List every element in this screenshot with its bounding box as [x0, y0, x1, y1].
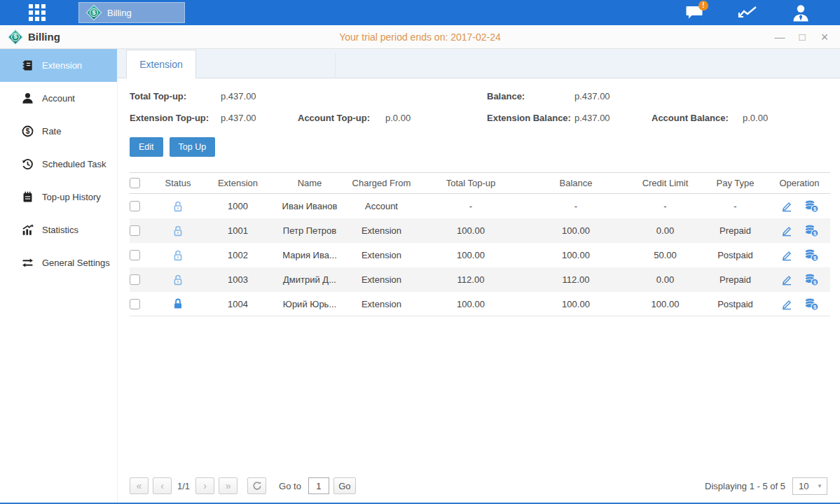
- table-cell: Дмитрий Д...: [275, 274, 345, 285]
- row-checkbox[interactable]: [130, 274, 140, 285]
- table-cell: Extension: [345, 299, 418, 309]
- billing-window-icon: $: [7, 29, 24, 46]
- column-header: Extension: [201, 178, 275, 188]
- next-page-button[interactable]: ›: [195, 477, 214, 494]
- table-cell: -: [523, 201, 628, 211]
- topup-row-icon[interactable]: $: [804, 298, 819, 311]
- titlebar: $ Billing Your trial period ends on: 201…: [0, 25, 840, 49]
- row-checkbox[interactable]: [130, 201, 140, 211]
- first-page-button[interactable]: «: [130, 477, 149, 494]
- table-cell: [130, 250, 155, 260]
- table-cell: [155, 225, 201, 237]
- refresh-button[interactable]: [247, 477, 266, 494]
- topup-row-icon[interactable]: $: [804, 248, 819, 262]
- sidebar-item-topup-history[interactable]: Top-up History: [0, 181, 117, 214]
- pagination-bar: « ‹ 1/1 › » Go to Go Displaying 1 - 5 of…: [130, 469, 830, 503]
- sidebar-item-scheduled-task[interactable]: Scheduled Task: [0, 148, 117, 181]
- sidebar-item-general-settings[interactable]: General Settings: [0, 246, 117, 279]
- goto-page-input[interactable]: [308, 477, 329, 494]
- lock-open-icon: [172, 200, 184, 213]
- table-cell: Postpaid: [702, 250, 769, 260]
- lock-open-icon: [172, 274, 184, 286]
- edit-row-icon[interactable]: [780, 225, 793, 237]
- account-balance-label: Account Balance:: [652, 113, 729, 123]
- taskbar-tab-billing[interactable]: $ Billing: [78, 2, 185, 23]
- reports-chart-icon[interactable]: [736, 2, 759, 23]
- table-cell: -: [702, 201, 769, 211]
- table-cell: [155, 298, 201, 310]
- row-checkbox[interactable]: [130, 250, 140, 260]
- go-button[interactable]: Go: [333, 477, 356, 494]
- minimize-icon[interactable]: —: [774, 31, 785, 43]
- extension-balance-label: Extension Balance:: [487, 113, 571, 123]
- table-cell: 1000: [201, 201, 275, 211]
- account-balance-value: p.0.00: [743, 113, 768, 123]
- total-topup-label: Total Top-up:: [130, 91, 186, 102]
- table-cell: [155, 249, 201, 262]
- table-row: 1001Петр ПетровExtension100.00100.000.00…: [130, 218, 830, 243]
- edit-row-icon[interactable]: [780, 200, 793, 212]
- table-cell: Extension: [345, 225, 418, 236]
- notepad-icon: [21, 191, 34, 204]
- lock-open-icon: [172, 249, 184, 262]
- history-clock-icon: [21, 158, 34, 171]
- sidebar-item-account[interactable]: Account: [0, 82, 117, 115]
- trial-notice: Your trial period ends on: 2017-02-24: [0, 31, 840, 43]
- edit-row-icon[interactable]: [780, 298, 793, 310]
- window-title: $ Billing: [7, 29, 60, 46]
- messages-icon[interactable]: !: [683, 2, 705, 23]
- edit-row-icon[interactable]: [780, 249, 793, 261]
- table-cell: 112.00: [418, 274, 523, 285]
- page-indicator: 1/1: [177, 481, 190, 491]
- last-page-button[interactable]: »: [219, 477, 237, 494]
- table-cell: 100.00: [418, 225, 523, 236]
- user-account-icon[interactable]: [790, 2, 812, 23]
- table-cell: [130, 225, 155, 236]
- column-header: Credit Limit: [628, 178, 702, 188]
- billing-app-icon: $: [86, 5, 102, 20]
- table-cell: Prepaid: [702, 274, 769, 285]
- prev-page-button[interactable]: ‹: [153, 477, 172, 494]
- operation-cell: $: [780, 298, 819, 311]
- main-content: Extension Total Top-up: p.437.00 Balance…: [118, 49, 840, 503]
- extension-topup-value: p.437.00: [221, 113, 256, 123]
- topup-row-icon[interactable]: $: [804, 224, 819, 237]
- page-size-value: 10: [799, 481, 808, 491]
- column-header: Total Top-up: [418, 178, 523, 188]
- topup-row-icon[interactable]: $: [804, 200, 819, 213]
- row-checkbox[interactable]: [130, 178, 140, 188]
- sidebar-item-label: General Settings: [42, 258, 110, 268]
- page-size-select[interactable]: 10 ▼: [792, 477, 827, 495]
- table-cell: 100.00: [523, 250, 628, 260]
- balance-label: Balance:: [487, 91, 525, 102]
- row-checkbox[interactable]: [130, 299, 140, 309]
- sidebar-item-statistics[interactable]: Statistics: [0, 214, 117, 246]
- table-cell: -: [418, 201, 523, 211]
- close-icon[interactable]: ×: [819, 31, 830, 43]
- top-up-button[interactable]: Top Up: [170, 137, 216, 157]
- dollar-coin-icon: $: [21, 125, 34, 138]
- window-controls: — □ ×: [774, 31, 830, 43]
- topup-row-icon[interactable]: $: [804, 273, 819, 286]
- app-grid-icon[interactable]: [27, 4, 48, 22]
- extension-panel: Total Top-up: p.437.00 Balance: p.437.00…: [118, 78, 840, 503]
- edit-row-icon[interactable]: [780, 274, 793, 286]
- operation-cell: $: [780, 248, 819, 262]
- sidebar-item-rate[interactable]: $ Rate: [0, 115, 117, 148]
- notification-badge: !: [698, 1, 708, 10]
- table-cell: 1001: [201, 225, 275, 236]
- table-cell: Extension: [345, 250, 418, 260]
- sidebar-item-label: Extension: [42, 60, 82, 71]
- table-cell: 1002: [201, 250, 275, 260]
- table-cell: [155, 200, 201, 213]
- table-cell: 50.00: [628, 250, 702, 260]
- sidebar-item-label: Statistics: [42, 225, 78, 235]
- tab-extension[interactable]: Extension: [126, 50, 196, 78]
- row-checkbox[interactable]: [130, 225, 140, 236]
- edit-button[interactable]: Edit: [130, 137, 163, 157]
- table-cell: 1003: [201, 274, 275, 285]
- pagination-right: Displaying 1 - 5 of 5 10 ▼: [705, 477, 830, 495]
- maximize-icon[interactable]: □: [797, 31, 808, 43]
- sidebar-item-label: Account: [42, 93, 75, 104]
- sidebar-item-extension[interactable]: Extension: [0, 49, 117, 82]
